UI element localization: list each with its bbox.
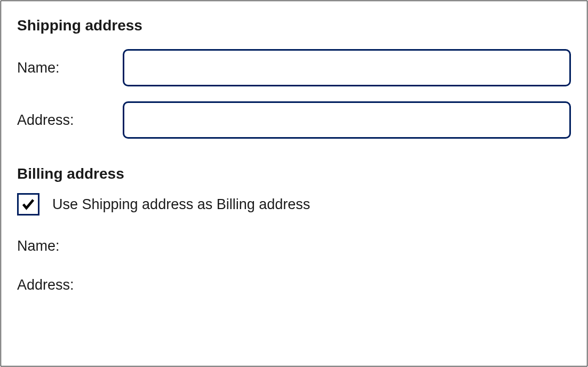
- shipping-address-label: Address:: [17, 112, 123, 129]
- billing-heading: Billing address: [17, 165, 571, 182]
- address-form-container: Shipping address Name: Address: Billing …: [1, 1, 587, 366]
- use-shipping-checkbox-row: Use Shipping address as Billing address: [17, 193, 571, 216]
- billing-name-row: Name:: [17, 238, 571, 254]
- checkmark-icon: [21, 197, 36, 212]
- shipping-address-row: Address:: [17, 101, 571, 139]
- billing-address-row: Address:: [17, 277, 571, 293]
- shipping-address-input[interactable]: [123, 101, 571, 139]
- use-shipping-checkbox[interactable]: [17, 193, 39, 216]
- shipping-name-label: Name:: [17, 60, 123, 76]
- use-shipping-checkbox-label: Use Shipping address as Billing address: [52, 196, 310, 213]
- billing-name-label: Name:: [17, 238, 60, 254]
- shipping-name-row: Name:: [17, 49, 571, 86]
- billing-address-label: Address:: [17, 277, 74, 293]
- shipping-heading: Shipping address: [17, 17, 571, 34]
- shipping-name-input[interactable]: [123, 49, 571, 86]
